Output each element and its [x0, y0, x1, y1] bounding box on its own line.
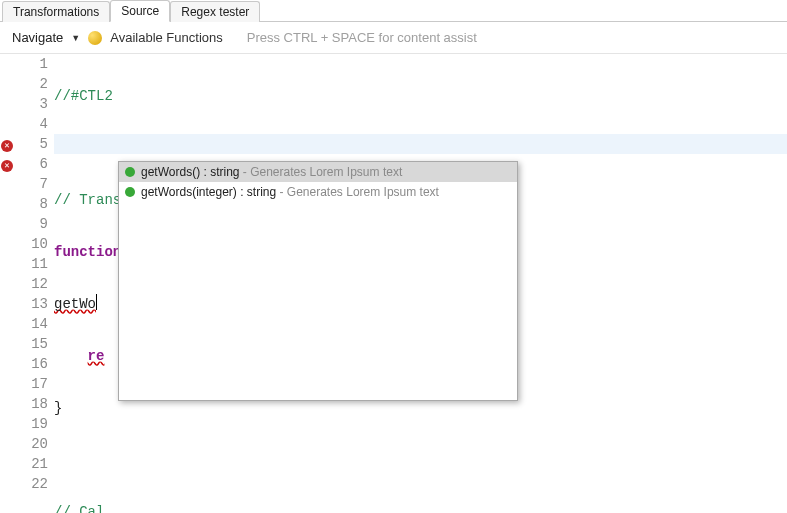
completion-signature: getWords(integer) : string [141, 185, 276, 199]
dropdown-arrow-icon[interactable]: ▼ [69, 33, 82, 43]
completion-item[interactable]: getWords() : string - Generates Lorem Ip… [119, 162, 517, 182]
tab-label: Source [121, 4, 159, 18]
tab-regex-tester[interactable]: Regex tester [170, 1, 260, 22]
function-proposal-icon [125, 167, 135, 177]
tab-label: Transformations [13, 5, 99, 19]
toolbar: Navigate ▼ Available Functions Press CTR… [0, 22, 787, 54]
completion-signature: getWords() : string [141, 165, 239, 179]
navigate-menu[interactable]: Navigate [12, 30, 63, 45]
text-cursor [96, 294, 97, 310]
code-editor[interactable]: ✕ ✕ 1234 5678 9101112 13141516 17181920 … [0, 54, 787, 513]
completion-item[interactable]: getWords(integer) : string - Generates L… [119, 182, 517, 202]
typed-token: getWo [54, 296, 96, 312]
tab-transformations[interactable]: Transformations [2, 1, 110, 22]
code-text: re [88, 348, 105, 364]
error-marker-icon[interactable]: ✕ [1, 160, 13, 172]
available-functions-button[interactable]: Available Functions [110, 30, 223, 45]
tab-bar: Transformations Source Regex tester [0, 0, 787, 22]
code-text: //#CTL2 [54, 88, 113, 104]
content-assist-popup: getWords() : string - Generates Lorem Ip… [118, 161, 518, 401]
content-assist-hint: Press CTRL + SPACE for content assist [247, 30, 477, 45]
code-text: // Cal [54, 504, 104, 513]
code-text: } [54, 400, 62, 416]
error-marker-icon[interactable]: ✕ [1, 140, 13, 152]
code-text: function [54, 244, 121, 260]
marker-column: ✕ ✕ [0, 54, 16, 513]
tab-source[interactable]: Source [110, 0, 170, 22]
line-number-gutter: 1234 5678 9101112 13141516 17181920 2122 [16, 54, 54, 513]
function-proposal-icon [125, 187, 135, 197]
completion-description: - Generates Lorem Ipsum text [239, 165, 402, 179]
available-functions-icon [88, 31, 102, 45]
completion-description: - Generates Lorem Ipsum text [276, 185, 439, 199]
tab-label: Regex tester [181, 5, 249, 19]
